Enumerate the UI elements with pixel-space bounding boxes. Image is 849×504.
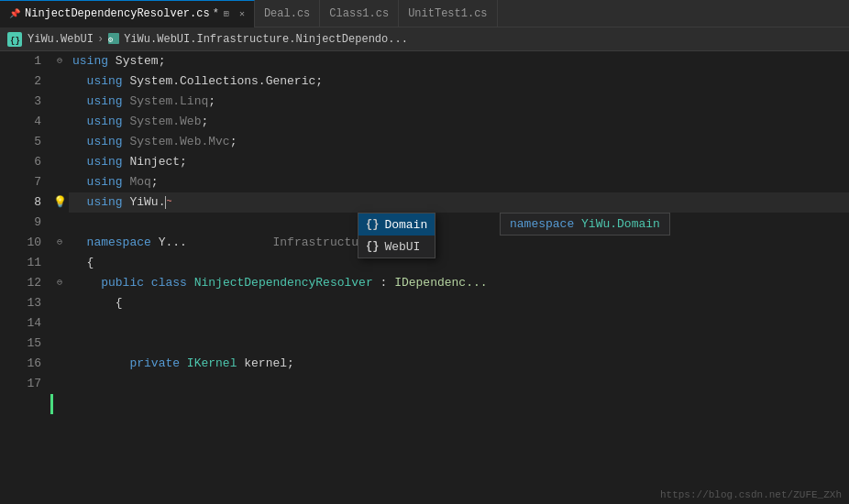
line-num-12: 12 [0,273,41,293]
tab-deal-label: Deal.cs [264,7,310,20]
ns-moq: Moq [129,175,150,189]
gutter-row-8: 💡 [50,192,69,213]
line-num-10: 10 [0,233,41,253]
ns-system-4: System.Web [129,115,201,128]
code-line-16[interactable]: private IKernel kernel; [69,354,849,374]
line-num-17: 17 [0,374,41,394]
kw-using-6: using [87,155,123,169]
tab-unittest1[interactable]: UnitTest1.cs [399,0,497,27]
ac-label-webui: WebUI [384,240,420,254]
gutter-row-4 [50,112,69,132]
ac-icon-webui: {} [366,240,379,253]
line-num-6: 6 [0,152,41,172]
gutter-row-2 [50,71,69,92]
ac-item-webui[interactable]: {} WebUI [358,236,435,257]
tab-pin-button[interactable]: ⊞ [224,8,229,19]
change-indicator [50,394,53,414]
line-num-3: 3 [0,92,41,112]
line-num-1: 1 [0,51,41,71]
collapse-icon-12[interactable]: ⊖ [57,273,62,293]
code-line-9[interactable] [69,213,849,233]
gutter: ⊖ 💡 ⊖ ⊖ [50,51,69,504]
kw-public-12: public [101,276,144,290]
kw-namespace: namespace [87,236,151,249]
kw-using-8: using [87,195,123,209]
line-num-4: 4 [0,112,41,132]
breadcrumb-icon: ⚙ [107,32,120,45]
kw-using-2: using [87,74,123,88]
breadcrumb-full-path[interactable]: YiWu.WebUI.Infrastructure.NinjectDependo… [124,33,408,46]
code-line-11[interactable]: { [69,253,849,273]
iface-name: IDependenc... [394,276,487,290]
ns-system-5: System.Web.Mvc [129,135,229,148]
pin-icon: 📌 [9,8,20,19]
gutter-row-1[interactable]: ⊖ [50,51,69,71]
code-line-4[interactable]: using System.Web; [69,112,849,132]
tab-class1[interactable]: Class1.cs [320,0,399,27]
breadcrumb-bar: {} YiWu.WebUI › ⚙ YiWu.WebUI.Infrastruct… [0,27,849,51]
line-num-7: 7 [0,172,41,192]
code-line-14[interactable] [69,313,849,334]
tab-class1-label: Class1.cs [329,7,389,20]
ns-system-3: System.Linq [129,94,208,108]
gutter-row-5 [50,132,69,152]
lightbulb-icon[interactable]: 💡 [53,192,67,213]
class-ninject: NinjectDependencyResolver [194,276,373,290]
collapse-icon-10[interactable]: ⊖ [57,233,62,253]
line-num-9: 9 [0,213,41,233]
code-line-13[interactable]: { [69,293,849,313]
gutter-row-11 [50,253,69,273]
code-content[interactable]: using System; using System.Collections.G… [69,51,849,504]
code-line-8[interactable]: using YiWu.~ [69,192,849,213]
ns-system-1: System [116,54,159,68]
kw-using-1: using [72,54,108,68]
tab-close-button[interactable]: ✕ [239,8,245,19]
collapse-icon-1[interactable]: ⊖ [57,51,62,71]
breadcrumb-project[interactable]: YiWu.WebUI [28,33,94,46]
gutter-row-9 [50,213,69,233]
code-line-1[interactable]: using System; [69,51,849,71]
code-line-7[interactable]: using Moq; [69,172,849,192]
ns-yiwu: YiWu. [129,195,165,209]
ns-yiwu-10: Y... [159,236,187,249]
gutter-row-3 [50,92,69,112]
gutter-row-14 [50,313,69,334]
gutter-row-13 [50,293,69,313]
code-line-10[interactable]: namespace Y... Infrastructure [69,233,849,253]
line-num-14: 14 [0,313,41,334]
line-numbers: 1 2 3 4 5 6 7 8 9 10 11 12 13 14 15 16 1… [0,51,50,504]
code-line-5[interactable]: using System.Web.Mvc; [69,132,849,152]
svg-text:⚙: ⚙ [107,36,114,45]
autocomplete-dropdown[interactable]: {} Domain {} WebUI [358,213,436,258]
line-num-5: 5 [0,132,41,152]
gutter-row-16 [50,354,69,374]
ns-system-2: System.Collections.Generic [129,74,315,88]
code-line-17[interactable] [69,374,849,394]
line-num-15: 15 [0,334,41,354]
gutter-row-7 [50,172,69,192]
code-line-2[interactable]: using System.Collections.Generic; [69,71,849,92]
code-line-3[interactable]: using System.Linq; [69,92,849,112]
ac-tooltip: namespace YiWu.Domain [500,213,670,236]
line-num-2: 2 [0,71,41,92]
code-line-15[interactable] [69,334,849,354]
kw-using-4: using [87,115,123,128]
code-line-6[interactable]: using Ninject; [69,152,849,172]
breadcrumb-separator: › [97,33,104,46]
ac-label-domain: Domain [384,218,427,232]
tab-modified-indicator: * [213,7,219,20]
tab-ninject[interactable]: 📌 NinjectDependencyResolver.cs * ⊞ ✕ [0,0,255,27]
squiggle-indicator: ~ [166,197,171,207]
kw-using-7: using [87,175,123,189]
gutter-row-6 [50,152,69,172]
gutter-row-10[interactable]: ⊖ [50,233,69,253]
type-ikernel: IKernel [187,356,237,370]
kw-using-3: using [87,94,123,108]
code-line-12[interactable]: public class NinjectDependencyResolver :… [69,273,849,293]
ac-item-domain[interactable]: {} Domain [358,214,435,236]
tab-deal[interactable]: Deal.cs [255,0,320,27]
gutter-row-12[interactable]: ⊖ [50,273,69,293]
tooltip-kw-namespace: namespace [510,217,574,231]
var-kernel: kernel [237,356,287,370]
watermark: https://blog.csdn.net/ZUFE_ZXh [660,489,842,500]
